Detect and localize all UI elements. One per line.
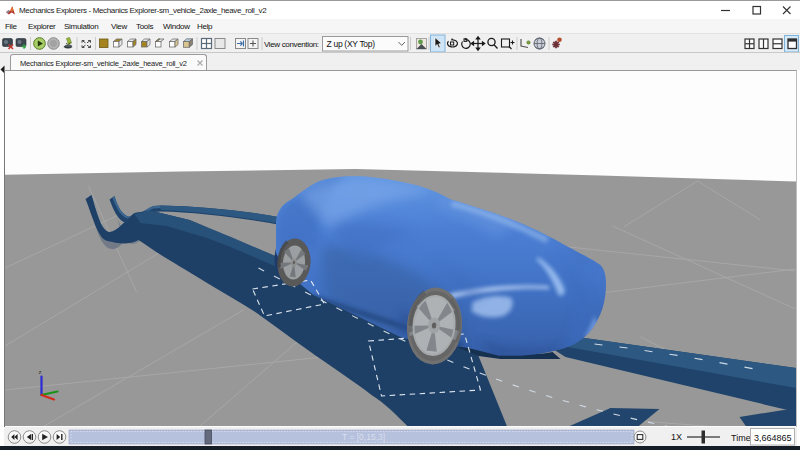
svg-text:Time: Time [731, 433, 751, 443]
svg-text:z: z [39, 369, 42, 375]
svg-text:3,664865: 3,664865 [754, 433, 792, 443]
svg-text:Z up (XY Top): Z up (XY Top) [327, 39, 376, 49]
svg-text:T = [0,15,3]: T = [0,15,3] [342, 432, 385, 442]
svg-text:View convention:: View convention: [264, 40, 319, 49]
svg-text:1X: 1X [671, 432, 682, 442]
